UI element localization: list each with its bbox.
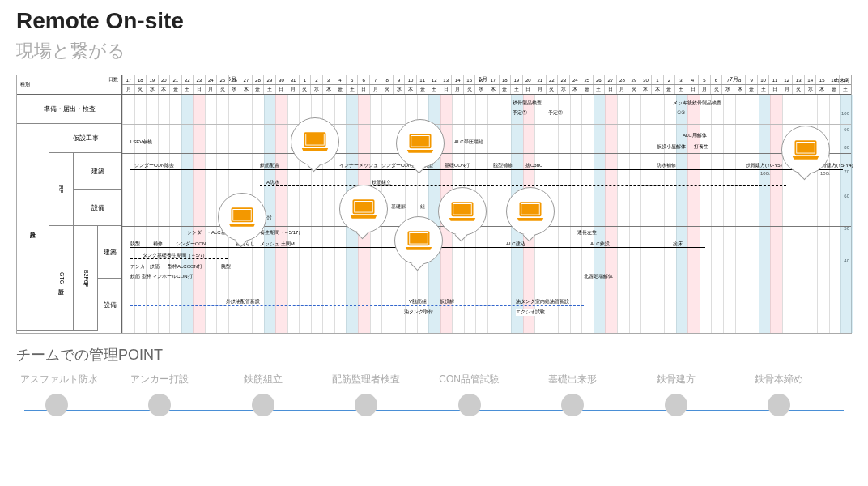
task-alcjyo: ALC帯圧場給 [454,139,483,146]
task-bosui-hosyu: 防水補修 [657,162,676,169]
day-wk-cell: 日 [522,85,534,94]
calendar-header: 1718192021222324252627282930311234567891… [122,75,851,95]
day-wk-cell: 日 [193,85,205,94]
day-wk-cell: 金 [416,85,428,94]
day-num-cell: 23 [557,75,569,84]
day-wk-cell: 火 [134,85,147,94]
timeline-dot [45,394,68,416]
timeline-node: 鉄骨建方 [640,373,713,416]
timeline-node: 鉄骨本締め [742,373,815,416]
row-kentiku1: 建築 [74,153,121,190]
day-num-cell: 15 [463,75,475,84]
day-wk-cell: 日 [687,85,699,94]
day-num-cell: 3 [674,75,687,84]
task-tekkin-katawaku: 鉄筋 型枠 マンホールCON打 [130,273,193,280]
timeline-dot [148,394,171,416]
laptop-icon [438,187,487,236]
day-wk-cell: 金 [581,85,593,94]
task-ekushio: エクシオ試験 [516,309,545,316]
task-shinda-conc: シンダーCON除去 [134,162,174,169]
day-wk-cell: 水 [474,85,487,94]
day-num-cell: 18 [134,75,147,84]
milestone-maru12: ①② [677,109,685,115]
timeline-node: CON品管試験 [433,373,506,416]
day-wk-cell: 木 [734,85,746,94]
day-wk-cell: 日 [275,85,287,94]
day-num-cell: 19 [510,75,522,84]
day-num-cell: 2 [663,75,675,84]
day-wk-cell: 水 [393,85,405,94]
day-wk-cell: 土 [674,85,687,94]
day-num-cell: 5 [698,75,710,84]
timeline-node: 鉄筋組立 [227,373,300,416]
day-num-cell: 17 [839,75,851,84]
day-wk-cell: 水 [228,85,240,94]
day-num-cell: 28 [616,75,628,84]
day-num-cell: 30 [640,75,652,84]
timeline-label: 基礎出来形 [536,373,609,387]
point-timeline: アスファルト防水アンカー打設鉄筋組立配筋監理者検査CON品管試験基礎出来形鉄骨建… [24,373,844,429]
day-num-cell: 8 [381,75,393,84]
task-inner-mesh: インナーメッシュ [339,162,378,169]
svg-rect-5 [355,202,372,212]
day-wk-cell: 木 [322,85,334,94]
task-tekkotsu-ken1: 鉄骨建方(Y0-Y5) [746,162,782,169]
day-wk-cell: 金 [252,85,264,94]
gantt-chart: 種別 日数 準備・届出・検査 仮設工事 原設計 RF 建築 設備 GTG新設 B… [16,75,852,334]
task-gaiheki: 外鉄油配管新設 [226,298,260,305]
laptop-icon [781,126,830,174]
task-ton2: 100t [820,171,830,176]
day-wk-cell: 土 [346,85,358,94]
day-wk-cell: 木 [240,85,252,94]
day-num-cell: 22 [546,75,558,84]
day-num-cell: 7 [369,75,381,84]
day-num-cell: 16 [474,75,487,84]
task-kasetsu-koya: 仮設小屋解体 [657,143,686,151]
day-wk-cell: 月 [616,85,628,94]
task-lsev: LSEV点検 [130,139,152,146]
row-gensekkei: 原設計 [17,124,49,331]
laptop-icon [506,187,555,236]
svg-rect-15 [797,143,815,153]
day-wk-cell: 月 [698,85,710,94]
milestone-mekki: メッキ後鉄骨製品検査 [673,100,721,107]
day-wk-cell: 火 [628,85,640,94]
laptop-icon [291,117,339,166]
day-num-cell: 5 [346,75,358,84]
day-num-cell: 29 [263,75,275,84]
header-species: 種別 [20,81,121,88]
milestone-yotei1: 予定① [513,109,527,117]
day-wk-cell: 日 [768,85,781,94]
day-num-cell: 26 [593,75,605,84]
svg-rect-7 [411,136,429,147]
day-wk-cell: 日 [604,85,616,94]
task-v-dakkei: V脱筋組 [409,298,427,305]
timeline-dot [355,394,377,416]
row-kentiku2: 建築 [98,226,121,279]
day-num-cell: 6 [710,75,722,84]
day-wk-cell: 水 [640,85,652,94]
day-num-cell: 1 [651,75,663,84]
day-num-cell: 29 [628,75,640,84]
svg-rect-9 [410,233,428,244]
day-num-cell: 16 [828,75,840,84]
timeline-label: アンカー打設 [123,373,196,387]
day-num-cell: 9 [393,75,405,84]
day-wk-cell: 木 [158,85,170,94]
day-wk-cell: 火 [463,85,475,94]
day-num-cell: 14 [451,75,463,84]
day-wk-cell: 水 [146,85,158,94]
day-num-cell: 27 [604,75,616,84]
milestone-tekkotsu-kensa: 鉄骨製品検査 [513,100,542,107]
point-section-title: チームでの管理POINT [16,345,852,364]
day-wk-cell: 火 [792,85,804,94]
timeline-label: アスファルト防水 [20,373,93,387]
timeline-node: アスファルト防水 [20,373,93,416]
day-num-cell: 25 [216,75,228,84]
task-tsuho-sa: 通長左笠 [577,229,597,237]
day-num-cell: 18 [499,75,511,84]
day-num-cell: 10 [404,75,416,84]
day-wk-cell: 金 [828,85,840,94]
day-num-cell: 21 [534,75,546,84]
day-wk-cell: 火 [299,85,311,94]
